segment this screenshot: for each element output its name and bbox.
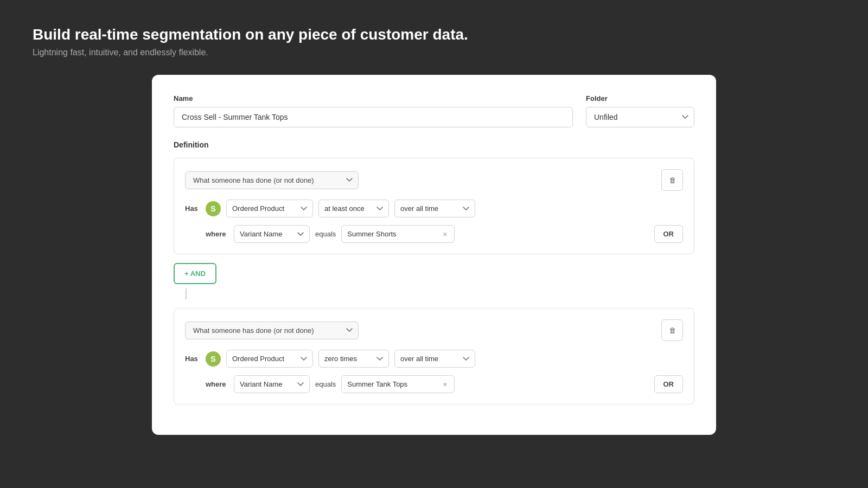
name-input[interactable] <box>174 107 573 127</box>
value-input-1[interactable] <box>347 226 441 242</box>
where-row-2: where Variant Name equals × OR <box>206 375 683 393</box>
condition-type-select-1[interactable]: What someone has done (or not done) <box>185 171 359 189</box>
where-label-2: where <box>206 380 228 388</box>
where-row-1: where Variant Name equals × OR <box>206 225 683 243</box>
clear-button-2[interactable]: × <box>441 380 449 389</box>
and-button[interactable]: + AND <box>174 263 216 284</box>
property-select-1[interactable]: Variant Name <box>234 225 310 243</box>
has-row-2: Has S Ordered Product zero times at leas… <box>185 350 683 368</box>
definition-label: Definition <box>174 140 694 149</box>
value-input-wrap-2: × <box>341 375 454 393</box>
shopify-icon-2: S <box>206 351 221 367</box>
page-subtitle: Lightning fast, intuitive, and endlessly… <box>33 48 835 57</box>
value-input-2[interactable] <box>347 376 441 393</box>
page-title: Build real-time segmentation on any piec… <box>33 26 835 43</box>
folder-group: Folder Unfiled Campaign Archive <box>586 94 694 127</box>
delete-button-2[interactable]: 🗑 <box>661 319 683 341</box>
condition-block-1: What someone has done (or not done) 🗑 Ha… <box>174 158 694 254</box>
value-input-wrap-1: × <box>341 225 454 243</box>
trash-icon-1: 🗑 <box>669 176 676 184</box>
time-select-1[interactable]: over all time in the last 30 days in the… <box>394 200 475 217</box>
time-select-2[interactable]: over all time in the last 30 days in the… <box>394 350 475 368</box>
shopify-icon-1: S <box>206 201 221 216</box>
has-label-1: Has <box>185 204 200 213</box>
main-card: Name Folder Unfiled Campaign Archive Def… <box>152 75 716 435</box>
folder-label: Folder <box>586 94 694 102</box>
equals-label-1: equals <box>315 230 336 238</box>
and-section: + AND <box>174 263 694 299</box>
delete-button-1[interactable]: 🗑 <box>661 169 683 191</box>
name-group: Name <box>174 94 573 127</box>
condition-header-2: What someone has done (or not done) 🗑 <box>185 319 683 341</box>
frequency-select-2[interactable]: zero times at least once exactly <box>318 350 389 368</box>
header-section: Build real-time segmentation on any piec… <box>33 26 835 57</box>
event-select-1[interactable]: Ordered Product <box>226 200 313 217</box>
has-row-1: Has S Ordered Product at least once zero… <box>185 200 683 217</box>
property-select-2[interactable]: Variant Name <box>234 375 310 393</box>
trash-icon-2: 🗑 <box>669 326 676 335</box>
clear-button-1[interactable]: × <box>441 229 449 239</box>
condition-type-select-2[interactable]: What someone has done (or not done) <box>185 322 359 339</box>
or-button-1[interactable]: OR <box>654 225 684 243</box>
and-connector <box>186 288 187 299</box>
name-label: Name <box>174 94 573 102</box>
folder-select[interactable]: Unfiled Campaign Archive <box>586 107 694 127</box>
condition-block-2: What someone has done (or not done) 🗑 Ha… <box>174 308 694 404</box>
equals-label-2: equals <box>315 380 336 388</box>
condition-header-1: What someone has done (or not done) 🗑 <box>185 169 683 191</box>
or-button-2[interactable]: OR <box>654 375 684 393</box>
name-folder-row: Name Folder Unfiled Campaign Archive <box>174 94 694 127</box>
frequency-select-1[interactable]: at least once zero times exactly <box>318 200 389 217</box>
event-select-2[interactable]: Ordered Product <box>226 350 313 368</box>
where-label-1: where <box>206 230 228 238</box>
has-label-2: Has <box>185 355 200 363</box>
